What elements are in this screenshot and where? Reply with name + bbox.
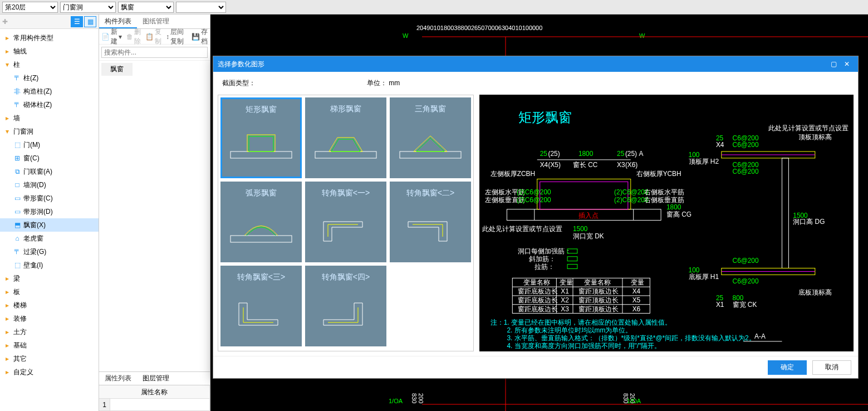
shape-label: 转角飘窗<二> [406, 188, 454, 198]
view-list-icon[interactable]: ☰ [71, 16, 83, 27]
svg-text:(25): (25) [548, 150, 560, 158]
niche-icon: ⬚ [13, 261, 21, 269]
svg-text:窗距顶板边长: 窗距顶板边长 [578, 296, 619, 304]
view-grid-icon[interactable]: ▦ [84, 16, 96, 27]
tree-col-qtz[interactable]: 〒砌体柱(Z) [0, 98, 99, 111]
svg-text:窗距顶板边长: 窗距顶板边长 [578, 305, 619, 313]
add-icon[interactable]: ✚ [2, 18, 8, 26]
tree-door[interactable]: ▾门窗洞 [0, 125, 99, 138]
folder-icon: ▸ [3, 34, 11, 42]
svg-text:窗距底板边长: 窗距底板边长 [518, 296, 558, 304]
maximize-icon[interactable]: ▢ [827, 60, 840, 68]
tree-deco[interactable]: ▸装修 [0, 312, 99, 325]
component-tree: ▸常用构件类型 ▸轴线 ▾柱 〒柱(Z) 非构造柱(Z) 〒砌体柱(Z) ▸墙 … [0, 29, 99, 411]
svg-text:变量名称: 变量名称 [523, 278, 550, 286]
floor-select[interactable]: 第20层 [2, 2, 58, 13]
svg-text:(X6): (X6) [625, 161, 637, 169]
cancel-button[interactable]: 取消 [812, 360, 851, 375]
layer-copy-button[interactable]: ↕层间复制 [166, 27, 187, 46]
tree-door-pc[interactable]: ⬒飘窗(X) [0, 218, 99, 232]
svg-text:C6@200: C6@200 [733, 277, 759, 285]
unit-label: 单位： [367, 79, 387, 87]
tree-door-dxc[interactable]: ▭带形窗(C) [0, 192, 99, 205]
close-icon[interactable]: ✕ [840, 60, 854, 68]
tree-door-c[interactable]: ⊞窗(C) [0, 151, 99, 165]
door-icon: ⬚ [13, 141, 21, 149]
tree-door-lhc[interactable]: ⌂老虎窗 [0, 232, 99, 245]
tree-door-gl[interactable]: 〒过梁(G) [0, 245, 99, 258]
search-input[interactable] [101, 47, 208, 58]
shape-label: 转角飘窗<三> [237, 272, 285, 282]
svg-text:左侧板厚ZCBH: 左侧板厚ZCBH [491, 170, 535, 178]
prop-row-val[interactable] [110, 399, 210, 411]
svg-text:X3: X3 [617, 161, 625, 169]
svg-text:窗宽 CK: 窗宽 CK [733, 301, 757, 309]
tree-door-m[interactable]: ⬚门(M) [0, 138, 99, 151]
tree-earth[interactable]: ▸土方 [0, 325, 99, 339]
svg-text:A: A [639, 150, 644, 158]
tree-col-z[interactable]: 〒柱(Z) [0, 71, 99, 85]
lintel-icon: 〒 [13, 247, 21, 257]
tree-door-mlc[interactable]: ⧉门联窗(A) [0, 165, 99, 178]
tree-beam[interactable]: ▸梁 [0, 272, 99, 285]
column-icon: 非 [13, 87, 21, 96]
hole-icon: ▭ [13, 208, 21, 216]
shape-trap[interactable]: 梯形飘窗 [305, 97, 386, 178]
svg-text:拉筋：: 拉筋： [534, 263, 555, 271]
tab-drawing-mgmt[interactable]: 图纸管理 [137, 14, 175, 28]
svg-rect-6 [315, 151, 376, 158]
shape-corner2[interactable]: 转角飘窗<二> [390, 182, 471, 262]
svg-text:X3: X3 [561, 305, 569, 313]
tree-axis[interactable]: ▸轴线 [0, 45, 99, 58]
svg-text:窗高 CG: 窗高 CG [666, 211, 692, 218]
tab-layers[interactable]: 图层管理 [137, 372, 175, 385]
parametric-shape-modal: 选择参数化图形 ▢ ✕ 截面类型： 单位： mm 矩形飘窗 梯形飘窗 三角飘窗 [213, 56, 859, 379]
comp-item[interactable]: 飘窗 [101, 63, 133, 76]
delete-button[interactable]: 🗑删除 [126, 27, 141, 46]
tree-col[interactable]: ▾柱 [0, 58, 99, 71]
tree-door-qd[interactable]: □墙洞(D) [0, 178, 99, 192]
svg-text:洞口每侧加强筋：: 洞口每侧加强筋： [518, 247, 571, 255]
svg-rect-87 [782, 158, 789, 268]
shape-rect[interactable]: 矩形飘窗 [220, 97, 302, 178]
window-icon: ⧉ [13, 168, 21, 175]
shape-label: 矩形飘窗 [246, 105, 277, 115]
shape-corner1[interactable]: 转角飘窗<一> [305, 182, 386, 262]
tab-properties[interactable]: 属性列表 [99, 372, 137, 385]
type-select[interactable]: 飘窗 [118, 2, 174, 13]
archive-button[interactable]: 💾存档 [192, 27, 208, 46]
baywindow-icon: ⬒ [13, 221, 21, 229]
tree-slab[interactable]: ▸板 [0, 285, 99, 299]
ext-select[interactable] [176, 2, 226, 13]
tree-found[interactable]: ▸基础 [0, 339, 99, 352]
svg-text:25: 25 [540, 150, 548, 158]
tree-other[interactable]: ▸其它 [0, 352, 99, 365]
svg-text:注：1. 变量已经在图中标明，请在相应的位置处输入属性值。: 注：1. 变量已经在图中标明，请在相应的位置处输入属性值。 [491, 319, 671, 326]
shape-arc[interactable]: 弧形飘窗 [220, 182, 302, 262]
svg-text:4. 当宽度和高度方向洞口加强筋不同时，用"/"隔开。: 4. 当宽度和高度方向洞口加强筋不同时，用"/"隔开。 [507, 342, 661, 350]
tree-door-dxd[interactable]: ▭带形洞(D) [0, 205, 99, 218]
shape-label: 三角飘窗 [415, 104, 446, 114]
tree-col-gzz[interactable]: 非构造柱(Z) [0, 85, 99, 98]
tree-door-bk[interactable]: ⬚壁龛(I) [0, 258, 99, 272]
category-select[interactable]: 门窗洞 [60, 2, 116, 13]
svg-rect-12 [231, 236, 292, 242]
folder-icon: ▸ [3, 328, 11, 336]
shape-corner4[interactable]: 转角飘窗<四> [305, 266, 386, 346]
shape-tri[interactable]: 三角飘窗 [390, 97, 471, 178]
tree-stair[interactable]: ▸楼梯 [0, 299, 99, 312]
svg-text:斜加筋：: 斜加筋： [529, 255, 556, 263]
new-button[interactable]: 📄新建▾ [101, 27, 122, 46]
modal-title: 选择参数化图形 [218, 60, 827, 69]
tree-wall[interactable]: ▸墙 [0, 111, 99, 125]
copy-button[interactable]: 📋复制 [145, 27, 161, 46]
ok-button[interactable]: 确定 [768, 360, 807, 375]
prop-head-name: 属性名称 [99, 385, 210, 398]
tab-comp-list[interactable]: 构件列表 [99, 14, 137, 28]
folder-icon: ▾ [3, 61, 11, 68]
shape-corner3[interactable]: 转角飘窗<三> [220, 266, 302, 346]
svg-text:右侧板厚YCBH: 右侧板厚YCBH [636, 170, 681, 178]
svg-text:洞口高 DG: 洞口高 DG [793, 218, 825, 226]
tree-common[interactable]: ▸常用构件类型 [0, 31, 99, 45]
tree-custom[interactable]: ▸自定义 [0, 365, 99, 379]
